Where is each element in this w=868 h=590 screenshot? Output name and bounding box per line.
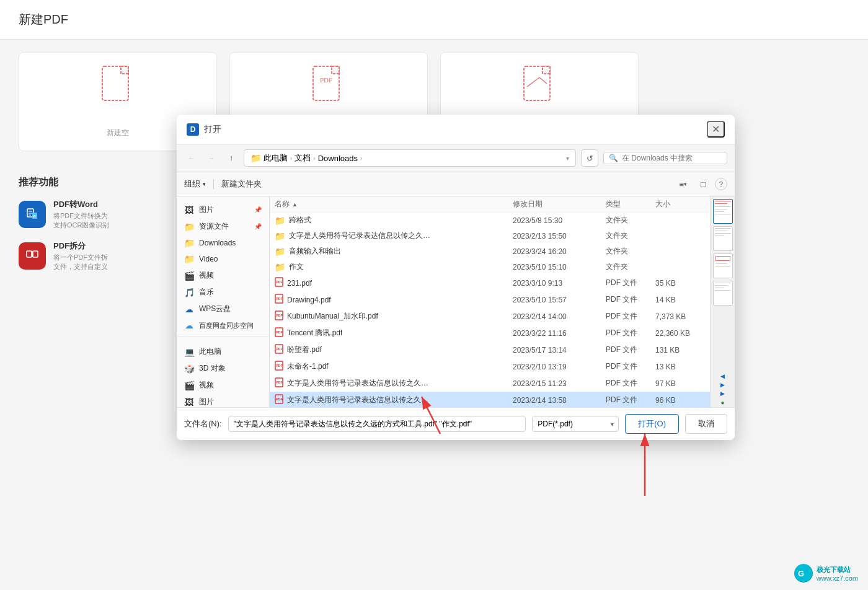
- search-input[interactable]: [622, 154, 721, 162]
- nav-item-this-pc-label: 此电脑: [199, 346, 221, 357]
- file-row-type: 文件夹: [606, 215, 655, 226]
- view-icon-button[interactable]: ≡ ▾: [675, 176, 691, 192]
- pdf-split-icon: [19, 242, 46, 270]
- nav-item-resources[interactable]: 📁 资源文件 📌: [177, 218, 269, 235]
- file-row-type: PDF 文件: [606, 395, 655, 405]
- app-header: 新建PDF: [0, 0, 868, 40]
- file-row[interactable]: PDF Drawing4.pdf 2023/5/10 15:57 PDF 文件 …: [270, 291, 710, 308]
- card-1-label: 新建空: [107, 128, 129, 138]
- nav-item-videos[interactable]: 🎬 视频: [177, 267, 269, 284]
- toolbar-icons: ≡ ▾ □ ?: [675, 176, 727, 192]
- refresh-button[interactable]: ↺: [581, 149, 598, 167]
- svg-rect-12: [27, 251, 32, 257]
- path-dropdown-arrow[interactable]: ▾: [566, 155, 569, 162]
- nav-item-video[interactable]: 📁 Video: [177, 251, 269, 267]
- nav-item-downloads[interactable]: 📁 Downloads: [177, 235, 269, 251]
- file-row[interactable]: 📁 音频输入和输出 2023/3/24 16:20 文件夹: [270, 244, 710, 259]
- videos-icon: 🎬: [184, 271, 194, 281]
- open-button[interactable]: 打开(O): [625, 414, 679, 434]
- preview-thumb-3[interactable]: [713, 253, 733, 278]
- file-row-date: 2023/5/10 15:57: [513, 296, 606, 304]
- file-name-text: 文字是人类用符号记录表达信息以传之久…: [287, 378, 428, 389]
- file-row-type: PDF 文件: [606, 294, 655, 305]
- watermark-logo: G: [794, 564, 813, 583]
- nav-item-video2[interactable]: 🎬 视频: [177, 377, 269, 394]
- file-row[interactable]: PDF KubuntuManual_加水印.pdf 2023/2/14 14:0…: [270, 308, 710, 325]
- preview-nav-controls: ◀ ▶ ▶ ●: [718, 371, 728, 407]
- dialog-bottom: 文件名(N): PDF(*.pdf) 打开(O) 取消: [177, 407, 735, 440]
- filename-input[interactable]: [228, 416, 526, 432]
- file-row[interactable]: 📁 文字是人类用符号记录表达信息以传之久… 2023/2/13 15:50 文件…: [270, 228, 710, 244]
- cancel-button[interactable]: 取消: [685, 414, 727, 434]
- dialog-close-button[interactable]: ✕: [707, 121, 725, 138]
- nav-item-3d[interactable]: 🎲 3D 对象: [177, 360, 269, 377]
- file-row[interactable]: PDF 文字是人类用符号记录表达信息以传之久… 2023/2/14 13:58 …: [270, 392, 710, 407]
- preview-next-button[interactable]: ▶: [719, 381, 727, 389]
- pictures-icon: 🖼: [184, 205, 194, 215]
- nav-item-3d-label: 3D 对象: [199, 363, 226, 374]
- pdf-icon: PDF: [275, 277, 283, 289]
- dialog-addressbar: ← → ↑ 📁 此电脑 › 文档 › Downloads › ▾ ↺ 🔍: [177, 144, 735, 172]
- svg-text:PDF: PDF: [277, 297, 283, 301]
- file-row[interactable]: PDF 盼望着.pdf 2023/5/17 13:14 PDF 文件 131 K…: [270, 341, 710, 358]
- preview-thumb-1[interactable]: [713, 199, 733, 224]
- dialog-filelist: 名称 ▲ 修改日期 类型 大小 📁 跨格式 2023/5/8 15:30 文件夹…: [270, 196, 710, 407]
- file-row-name: 📁 文字是人类用符号记录表达信息以传之久…: [275, 231, 513, 241]
- sidebar: 推荐功能 W PDF转Word 将PDF文件转换为支持OCR图像识别: [0, 164, 167, 294]
- organize-chevron: ▾: [203, 181, 206, 187]
- address-path[interactable]: 📁 此电脑 › 文档 › Downloads › ▾: [244, 149, 576, 167]
- preview-green-button[interactable]: ●: [719, 398, 727, 406]
- organize-button[interactable]: 组织 ▾: [184, 178, 206, 190]
- file-name-text: 盼望着.pdf: [287, 345, 322, 355]
- file-row-type: PDF 文件: [606, 328, 655, 338]
- file-row[interactable]: PDF 文字是人类用符号记录表达信息以传之久… 2023/2/15 11:23 …: [270, 375, 710, 392]
- forward-button[interactable]: →: [204, 151, 219, 165]
- folder-icon: 📁: [275, 216, 285, 226]
- nav-item-pictures[interactable]: 🖼 图片 📌: [177, 201, 269, 218]
- file-row[interactable]: PDF Tencent 腾讯.pdf 2023/3/22 11:16 PDF 文…: [270, 325, 710, 341]
- nav-item-wps[interactable]: ☁ WPS云盘: [177, 301, 269, 317]
- up-button[interactable]: ↑: [224, 151, 239, 165]
- col-name[interactable]: 名称 ▲: [275, 199, 513, 209]
- back-button[interactable]: ←: [184, 151, 199, 165]
- preview-icon-button[interactable]: □: [695, 176, 711, 192]
- col-size: 大小: [655, 199, 705, 209]
- wps-icon: ☁: [184, 304, 194, 314]
- preview-play-button[interactable]: ▶: [719, 390, 727, 397]
- new-folder-button[interactable]: 新建文件夹: [221, 178, 262, 190]
- nav-item-music[interactable]: 🎵 音乐: [177, 284, 269, 301]
- file-row-size: 14 KB: [655, 296, 705, 304]
- file-row-name: PDF 文字是人类用符号记录表达信息以传之久…: [275, 394, 513, 406]
- svg-text:PDF: PDF: [277, 314, 283, 317]
- feature-pdf-to-word[interactable]: W PDF转Word 将PDF文件转换为支持OCR图像识别: [19, 199, 149, 231]
- file-row[interactable]: PDF 231.pdf 2023/3/10 9:13 PDF 文件 35 KB: [270, 275, 710, 291]
- dialog-toolbar: 组织 ▾ 新建文件夹 ≡ ▾ □ ?: [177, 172, 735, 196]
- pdf-split-text: PDF拆分 将一个PDF文件拆文件，支持自定义: [53, 240, 108, 272]
- preview-prev-button[interactable]: ◀: [719, 372, 727, 380]
- file-row-name: PDF Tencent 腾讯.pdf: [275, 327, 513, 339]
- svg-text:G: G: [798, 569, 804, 578]
- col-date: 修改日期: [513, 199, 606, 209]
- file-name-text: 文字是人类用符号记录表达信息以传之久…: [287, 395, 428, 405]
- dialog-title-text: 打开: [204, 124, 221, 135]
- preview-thumb-4[interactable]: [713, 281, 733, 306]
- search-box[interactable]: 🔍: [603, 152, 727, 164]
- filename-label: 文件名(N):: [184, 418, 222, 429]
- nav-item-resources-label: 资源文件: [199, 221, 229, 232]
- svg-text:PDF: PDF: [277, 347, 283, 351]
- file-row-date: 2023/2/15 11:23: [513, 379, 606, 388]
- help-icon-button[interactable]: ?: [715, 178, 727, 190]
- dialog-titlebar: D 打开 ✕: [177, 115, 735, 144]
- feature-pdf-split[interactable]: PDF拆分 将一个PDF文件拆文件，支持自定义: [19, 240, 149, 272]
- svg-text:PDF: PDF: [277, 397, 283, 401]
- file-row[interactable]: PDF 未命名-1.pdf 2023/2/10 13:19 PDF 文件 13 …: [270, 358, 710, 375]
- nav-item-baidu[interactable]: ☁ 百度网盘同步空间: [177, 317, 269, 333]
- file-name-text: KubuntuManual_加水印.pdf: [287, 311, 378, 322]
- file-row[interactable]: 📁 作文 2023/5/10 15:10 文件夹: [270, 259, 710, 275]
- preview-thumb-2[interactable]: [713, 226, 733, 251]
- filetype-select[interactable]: PDF(*.pdf): [532, 416, 619, 432]
- nav-item-images[interactable]: 🖼 图片: [177, 394, 269, 407]
- baidu-icon: ☁: [184, 320, 194, 330]
- file-row[interactable]: 📁 跨格式 2023/5/8 15:30 文件夹: [270, 213, 710, 228]
- nav-item-this-pc[interactable]: 💻 此电脑: [177, 343, 269, 360]
